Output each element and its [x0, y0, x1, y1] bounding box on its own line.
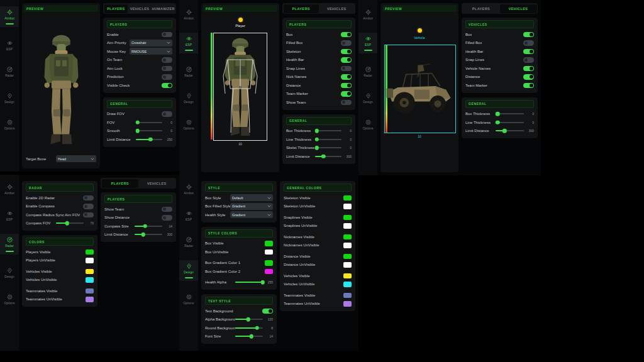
vehicles-unvisible-swatch[interactable]: [86, 277, 94, 283]
team-marker-toggle[interactable]: [523, 83, 534, 89]
fov-slider[interactable]: [136, 122, 162, 123]
nicknames-unvisible-swatch[interactable]: [343, 243, 352, 248]
limit-distance-slider[interactable]: [136, 139, 162, 140]
tab-vehicles[interactable]: VEHICLES: [128, 4, 152, 13]
box-toggle[interactable]: [523, 32, 534, 38]
vehicles-visible-swatch[interactable]: [86, 269, 94, 275]
tab-vehicles[interactable]: VEHICLES: [138, 179, 175, 188]
sidebar-item-aimbot[interactable]: Aimbot: [0, 181, 19, 197]
distance-toggle[interactable]: [341, 83, 352, 89]
box-thickness-slider[interactable]: [315, 130, 341, 131]
skelet-thickness-slider[interactable]: [315, 147, 341, 148]
skeleton-toggle[interactable]: [341, 49, 352, 55]
sidebar-item-aimbot[interactable]: Aimbot: [358, 6, 377, 23]
enable-compass-toggle[interactable]: [83, 204, 94, 209]
show-team-toggle[interactable]: [162, 207, 172, 212]
filled-box-toggle[interactable]: [341, 40, 352, 46]
skeleton-visible-swatch[interactable]: [343, 195, 352, 201]
font-size-slider[interactable]: [235, 336, 263, 337]
tab-players[interactable]: PLAYERS: [463, 4, 500, 13]
sidebar-item-options[interactable]: Options: [0, 291, 19, 307]
on-team-toggle[interactable]: [162, 57, 172, 63]
limit-distance-slider[interactable]: [315, 156, 341, 157]
sidebar-item-options[interactable]: Options: [179, 291, 198, 307]
box-gradient-color-1-swatch[interactable]: [265, 260, 273, 266]
health-style-select[interactable]: Gradient: [230, 211, 273, 218]
tab-vehicles[interactable]: VEHICLES: [319, 4, 355, 13]
slider-knob[interactable]: [502, 129, 507, 133]
sidebar-item-options[interactable]: Options: [0, 116, 19, 133]
mouse-key-select[interactable]: RMOUSE: [130, 48, 172, 55]
nick-names-toggle[interactable]: [341, 74, 352, 80]
target-bone-select[interactable]: Head: [56, 155, 96, 162]
slider-knob[interactable]: [321, 155, 326, 159]
players-unvisible-swatch[interactable]: [86, 258, 94, 263]
teammates-visible-swatch[interactable]: [86, 288, 94, 294]
box-style-select[interactable]: Default: [230, 194, 273, 201]
tab-humanizer[interactable]: HUMANIZER: [152, 4, 175, 13]
box-thickness-slider[interactable]: [496, 113, 524, 114]
teammates-unvisible-swatch[interactable]: [343, 301, 352, 307]
slider-knob[interactable]: [65, 221, 69, 226]
slider-knob[interactable]: [135, 129, 140, 133]
filled-box-toggle[interactable]: [523, 40, 534, 46]
sidebar-item-design[interactable]: Design: [179, 260, 198, 281]
box-unvisible-swatch[interactable]: [265, 250, 273, 255]
slider-knob[interactable]: [314, 129, 319, 133]
players-visible-swatch[interactable]: [86, 250, 94, 255]
compass-fov-slider[interactable]: [56, 222, 84, 224]
nicknames-visible-swatch[interactable]: [343, 234, 352, 240]
slider-knob[interactable]: [148, 138, 153, 142]
health-bar-toggle[interactable]: [341, 57, 352, 63]
prediction-toggle[interactable]: [162, 74, 172, 80]
alpha-background-slider[interactable]: [235, 319, 263, 320]
teammates-visible-swatch[interactable]: [343, 293, 352, 299]
compass-radius-sync-aim-fov-toggle[interactable]: [83, 212, 94, 218]
aim-lock-toggle[interactable]: [162, 66, 172, 72]
box-toggle[interactable]: [341, 32, 352, 38]
slider-knob[interactable]: [143, 224, 147, 229]
tab-vehicles[interactable]: VEHICLES: [500, 4, 537, 13]
slider-knob[interactable]: [496, 121, 500, 125]
snaplines-visible-swatch[interactable]: [343, 215, 352, 221]
sidebar-item-design[interactable]: Design: [179, 90, 198, 106]
draw-fov-toggle[interactable]: [162, 111, 172, 117]
distance-unvisible-swatch[interactable]: [343, 262, 352, 268]
limit-distance-slider[interactable]: [496, 130, 524, 131]
sidebar-item-options[interactable]: Options: [358, 116, 377, 133]
snaplines-unvisible-swatch[interactable]: [343, 223, 352, 229]
tab-players[interactable]: PLAYERS: [102, 179, 139, 188]
sidebar-item-design[interactable]: Design: [0, 90, 19, 106]
round-background-slider[interactable]: [235, 327, 263, 329]
limit-distance-slider[interactable]: [135, 234, 162, 235]
enable-2d-radar-toggle[interactable]: [83, 195, 94, 201]
slider-knob[interactable]: [246, 317, 250, 322]
distance-toggle[interactable]: [523, 74, 534, 80]
distance-visible-swatch[interactable]: [343, 254, 352, 260]
sidebar-item-esp[interactable]: ESP: [0, 207, 19, 224]
aim-priority-select[interactable]: Crosshair: [130, 40, 172, 47]
sidebar-item-radar[interactable]: Radar: [0, 63, 19, 80]
enable-toggle[interactable]: [162, 32, 172, 38]
sidebar-item-radar[interactable]: Radar: [0, 234, 19, 255]
vehicles-unvisible-swatch[interactable]: [343, 282, 352, 287]
health-alpha-slider[interactable]: [235, 282, 263, 283]
vehicle-names-toggle[interactable]: [523, 66, 534, 72]
slider-knob[interactable]: [255, 326, 260, 331]
sidebar-item-radar[interactable]: Radar: [179, 63, 198, 80]
tab-players[interactable]: PLAYERS: [104, 4, 128, 13]
slider-knob[interactable]: [314, 146, 319, 150]
box-visible-swatch[interactable]: [265, 241, 273, 246]
box-gradient-color-2-swatch[interactable]: [265, 269, 273, 275]
sidebar-item-esp[interactable]: ESP: [179, 33, 198, 53]
line-thickness-slider[interactable]: [496, 122, 524, 123]
slider-knob[interactable]: [314, 138, 319, 142]
health-bar-toggle[interactable]: [523, 49, 534, 55]
sidebar-item-radar[interactable]: Radar: [179, 234, 198, 250]
show-team-toggle[interactable]: [341, 100, 352, 106]
sidebar-item-radar[interactable]: Radar: [358, 63, 377, 80]
sidebar-item-aimbot[interactable]: Aimbot: [0, 6, 19, 27]
skeleton-unvisible-swatch[interactable]: [343, 204, 352, 209]
snap-lines-toggle[interactable]: [523, 57, 534, 63]
box-filled-style-select[interactable]: Gradient: [230, 203, 273, 210]
